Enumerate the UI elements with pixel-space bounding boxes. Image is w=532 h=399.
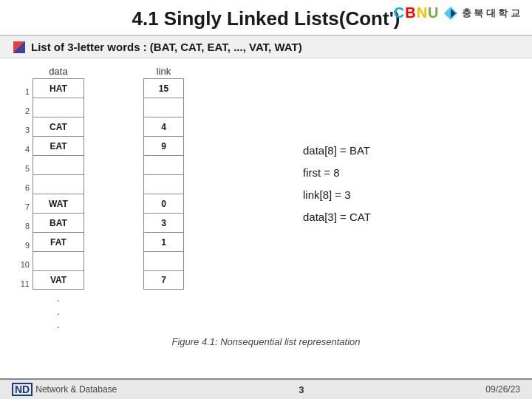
bullet-icon: [13, 41, 25, 53]
data-cell: FAT: [33, 232, 84, 251]
row-number: 9: [15, 236, 30, 255]
logo-n: N: [417, 4, 428, 21]
link-cell: [143, 174, 184, 194]
link-cell: 4: [143, 117, 184, 136]
data-cell: BAT: [33, 213, 84, 232]
logo-wing-icon: [443, 5, 459, 21]
data-cell: EAT: [33, 136, 84, 155]
data-cell: CAT: [33, 117, 84, 136]
row-number: 11: [15, 274, 30, 293]
data-cell: [33, 155, 84, 174]
logo-b: B: [405, 4, 416, 21]
logo-cbnu: CBNU: [394, 4, 440, 21]
data-col-label: data: [49, 66, 67, 77]
info-line1: data[8] = BAT: [303, 140, 371, 162]
footer-date: 09/26/23: [485, 384, 520, 395]
dot: .: [57, 291, 60, 304]
footer-brand: Network & Database: [35, 384, 117, 395]
row-number: 10: [15, 255, 30, 274]
nd-logo: ND: [12, 383, 33, 396]
link-col-label: link: [157, 66, 171, 77]
page-title: 4.1 Singly Linked Lists(Cont'): [132, 7, 400, 30]
dot: .: [57, 318, 60, 331]
logo-korean: 충 북 대 학 교: [462, 7, 520, 20]
data-cell: VAT: [33, 270, 84, 290]
data-cell: [33, 251, 84, 270]
subtitle-bar: List of 3-letter words : (BAT, CAT, EAT,…: [0, 36, 532, 58]
figure-caption: Figure 4.1: Nonsequential list represent…: [15, 336, 517, 347]
logo-u: U: [428, 4, 439, 21]
link-cell: [143, 251, 184, 270]
info-line4: data[3] = CAT: [303, 206, 371, 228]
data-cells: HAT CATEAT WATBATFAT VAT: [33, 78, 84, 290]
data-cell: [33, 98, 84, 117]
link-cell: [143, 155, 184, 174]
footer-page-number: 3: [299, 384, 304, 395]
info-text: data[8] = BAT first = 8 link[8] = 3 data…: [303, 140, 371, 228]
data-column: data HAT CATEAT WATBATFAT VAT ...: [33, 66, 84, 332]
dots-area: ...: [57, 291, 60, 332]
link-cell: 1: [143, 232, 184, 251]
row-number: 5: [15, 159, 30, 178]
row-number: 1: [15, 82, 30, 101]
footer: ND Network & Database 3 09/26/23: [0, 378, 532, 399]
data-cell: [33, 174, 84, 194]
link-cell: 3: [143, 213, 184, 232]
link-cells: 15 49 031 7: [143, 78, 184, 290]
row-number: 3: [15, 120, 30, 140]
link-cell: [143, 98, 184, 117]
row-number: 8: [15, 216, 30, 236]
main-content: 1234567891011 data HAT CATEAT WATBATFAT …: [0, 58, 532, 350]
row-number: 7: [15, 197, 30, 216]
header: CBNU 충 북 대 학 교 4.1 Singly Linked Lists(C…: [0, 0, 532, 36]
row-numbers: 1234567891011: [15, 82, 33, 332]
link-cell: 0: [143, 194, 184, 213]
logo-c: C: [394, 4, 405, 21]
logo-area: CBNU 충 북 대 학 교: [394, 4, 520, 21]
link-cell: 7: [143, 270, 184, 290]
link-cell: 15: [143, 78, 184, 98]
table-area: 1234567891011 data HAT CATEAT WATBATFAT …: [15, 66, 517, 332]
row-number: 2: [15, 101, 30, 120]
row-number: 4: [15, 140, 30, 159]
data-cell: WAT: [33, 194, 84, 213]
info-line3: link[8] = 3: [303, 184, 371, 206]
subtitle-text: List of 3-letter words : (BAT, CAT, EAT,…: [31, 41, 302, 53]
data-cell: HAT: [33, 78, 84, 98]
dot: .: [57, 304, 60, 318]
link-column: link 15 49 031 7: [143, 66, 184, 332]
row-number: 6: [15, 178, 30, 197]
link-cell: 9: [143, 136, 184, 155]
footer-left: ND Network & Database: [12, 383, 117, 396]
info-line2: first = 8: [303, 162, 371, 184]
